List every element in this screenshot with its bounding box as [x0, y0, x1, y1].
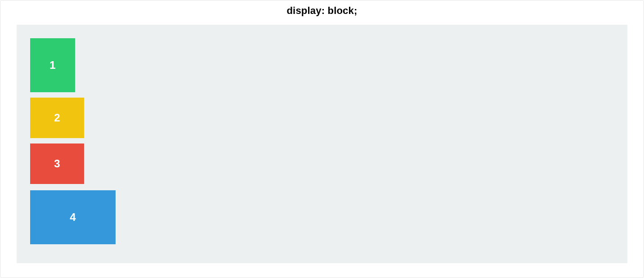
block-box-label: 3: [30, 143, 84, 184]
block-box-4: 4: [30, 190, 116, 244]
diagram-title: display: block;: [0, 5, 644, 17]
block-box-3: 3: [30, 143, 84, 184]
block-box-1: 1: [30, 38, 75, 92]
block-box-label: 4: [30, 190, 116, 244]
diagram-container: display: block; 1 2 3 4: [0, 0, 644, 278]
demo-panel: 1 2 3 4: [17, 25, 627, 263]
block-box-label: 1: [30, 38, 75, 92]
block-box-2: 2: [30, 98, 84, 138]
block-box-label: 2: [30, 98, 84, 138]
